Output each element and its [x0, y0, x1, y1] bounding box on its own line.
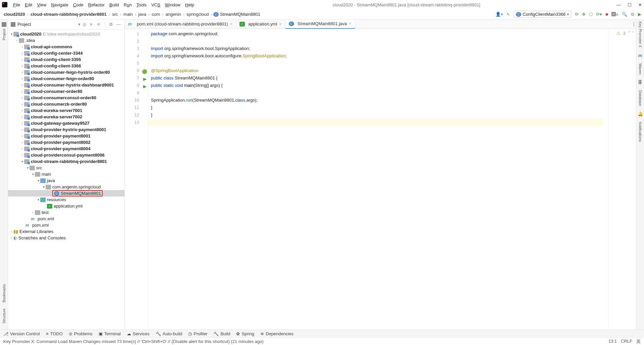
- project-tree[interactable]: ▾cloud2020E:\idea-workspace\cloud2020 ›.…: [8, 30, 124, 330]
- stripe-notif[interactable]: Notifications: [638, 122, 642, 142]
- run-dropdown-icon[interactable]: ⟳▾: [596, 12, 602, 17]
- maven-icon[interactable]: m: [638, 53, 642, 58]
- menu-file[interactable]: File: [11, 2, 22, 8]
- tree-file-selected[interactable]: StreamMQMain8801: [8, 190, 124, 196]
- tw-vcs[interactable]: ⎇ Version Control: [3, 331, 40, 336]
- tree-module[interactable]: ›cloud-provider-payment8002: [8, 139, 124, 146]
- run-icon[interactable]: ▶: [638, 12, 641, 17]
- tree-module[interactable]: ›cloud-gateway-gateway9527: [8, 120, 124, 126]
- stripe-kp[interactable]: Key Promoter X: [638, 21, 642, 48]
- hide-panel-icon[interactable]: —: [116, 22, 122, 27]
- crumb[interactable]: main: [122, 12, 134, 17]
- tree-module[interactable]: ›cloud-consumerconsul-order80: [8, 95, 124, 101]
- crumb-file[interactable]: StreamMQMain8801: [213, 12, 260, 17]
- menu-refactor[interactable]: Refactor: [86, 2, 107, 8]
- menu-edit[interactable]: Edit: [22, 2, 35, 8]
- stripe-db[interactable]: Database: [638, 90, 642, 106]
- menu-build[interactable]: Build: [107, 2, 121, 8]
- tree-module[interactable]: ›cloud-providerconsul-payment8006: [8, 152, 124, 158]
- bean-gutter-icon[interactable]: 🟢: [142, 68, 147, 73]
- caret-position[interactable]: 13:1: [608, 339, 617, 345]
- menu-vcs[interactable]: VCS: [149, 2, 163, 8]
- crumb[interactable]: com: [151, 12, 161, 17]
- tw-terminal[interactable]: ▣ Terminal: [99, 331, 121, 336]
- database-icon[interactable]: 🗄: [638, 80, 642, 85]
- crumb[interactable]: cloud2020: [3, 12, 26, 17]
- run-config-selector[interactable]: ConfigClientMain3366▾: [514, 11, 572, 18]
- tree-module[interactable]: ›cloud-consumer-feign-hystrix-order80: [8, 69, 124, 75]
- menu-window[interactable]: Window: [163, 2, 183, 8]
- collapse-all-icon[interactable]: ≡: [97, 22, 103, 27]
- tree-module[interactable]: ›cloud-config-client-3355: [8, 56, 124, 63]
- tree-module[interactable]: ›cloud-consumerzk-order80: [8, 101, 124, 107]
- menu-view[interactable]: View: [35, 2, 49, 8]
- warning-icon[interactable]: ⚠: [616, 31, 621, 36]
- run-gutter-icon[interactable]: ▶: [142, 83, 147, 88]
- close-tab-icon[interactable]: ×: [230, 21, 233, 26]
- stripe-bookmarks[interactable]: Bookmarks: [2, 284, 6, 302]
- tree-module[interactable]: ›cloud-config-client-3366: [8, 63, 124, 69]
- tree-module[interactable]: ›cloud-eureka-server7001: [8, 107, 124, 114]
- run-gutter-icon[interactable]: ▶: [142, 75, 147, 80]
- lang-indicator[interactable]: 英: [636, 339, 641, 345]
- crumb[interactable]: src: [111, 12, 119, 17]
- code-editor[interactable]: package com.angenin.springcloud; import …: [148, 29, 608, 330]
- tab-yml[interactable]: application.yml×: [236, 19, 285, 29]
- stripe-structure[interactable]: Structure: [2, 308, 6, 324]
- tw-autobuild[interactable]: 🔨 Auto-build: [156, 331, 182, 336]
- tw-build[interactable]: 🔨 Build: [213, 331, 230, 336]
- tree-module[interactable]: ›cloud-eureka-server7002: [8, 114, 124, 120]
- tw-spring[interactable]: ✿ Spring: [236, 331, 254, 336]
- tw-profiler[interactable]: ◷ Profiler: [188, 331, 207, 336]
- tw-deps[interactable]: ≋ Dependencies: [260, 331, 293, 336]
- menu-help[interactable]: Help: [183, 2, 197, 8]
- menu-code[interactable]: Code: [71, 2, 86, 8]
- tree-module[interactable]: ›cloud-config-center-3344: [8, 50, 124, 56]
- tree-module[interactable]: ›cloud-api-commons: [8, 44, 124, 50]
- tw-todo[interactable]: ≡ TODO: [46, 331, 63, 336]
- tree-module[interactable]: ›cloud-consumer-hystrix-dashboard9001: [8, 82, 124, 88]
- menu-tools[interactable]: Tools: [134, 2, 149, 8]
- tree-module[interactable]: ›cloud-consumer-feign-order80: [8, 75, 124, 82]
- minimize-icon[interactable]: —: [616, 2, 621, 7]
- locate-icon[interactable]: ◎: [83, 22, 88, 27]
- deps-icon[interactable]: ❉: [582, 12, 586, 17]
- bell-icon[interactable]: 🔔: [638, 111, 643, 116]
- tab-actions-icon[interactable]: ⋮: [632, 21, 636, 26]
- tw-problems[interactable]: ⊘ Problems: [69, 331, 93, 336]
- tree-module[interactable]: ›cloud-provider-payment8004: [8, 146, 124, 152]
- reimport-icon[interactable]: ⟳: [575, 12, 579, 17]
- tab-main[interactable]: StreamMQMain8801.java×: [285, 19, 355, 29]
- settings-icon[interactable]: ⚙: [631, 12, 635, 17]
- crumb[interactable]: angenin: [164, 12, 182, 17]
- maximize-icon[interactable]: ☐: [628, 2, 632, 7]
- tree-module[interactable]: ›cloud-provider-hystrix-payment8001: [8, 126, 124, 133]
- crumb[interactable]: java: [137, 12, 147, 17]
- close-tab-icon[interactable]: ×: [279, 21, 282, 26]
- gear-icon[interactable]: ⚙: [109, 22, 114, 27]
- project-tool-icon[interactable]: [2, 22, 6, 27]
- stripe-project[interactable]: Project: [2, 29, 6, 40]
- line-sep[interactable]: CRLF: [621, 339, 632, 345]
- hexagon-icon[interactable]: ⬡: [589, 12, 593, 17]
- crumb[interactable]: springcloud: [185, 12, 210, 17]
- close-icon[interactable]: ✕: [638, 2, 642, 7]
- tab-pom[interactable]: pom.xml (cloud-stream-rabbitmq-provider8…: [125, 19, 236, 29]
- tree-module[interactable]: ›cloud-provider-payment8001: [8, 133, 124, 139]
- tree-module[interactable]: ›cloud-consumer-order80: [8, 88, 124, 95]
- crumb[interactable]: cloud-stream-rabbitmq-provider8801: [30, 12, 108, 17]
- expand-all-icon[interactable]: ≡: [90, 22, 95, 27]
- menu-navigate[interactable]: Navigate: [49, 2, 70, 8]
- view-mode-dropdown[interactable]: ▾: [78, 22, 80, 27]
- tw-services[interactable]: ☁ Services: [127, 331, 150, 336]
- user-icon[interactable]: 👤▾: [495, 12, 503, 17]
- prev-highlight-icon[interactable]: ˆ: [628, 31, 630, 36]
- search-icon[interactable]: 🔍: [622, 12, 627, 17]
- translate-icon[interactable]: 🅰ᴀ: [611, 12, 619, 17]
- next-highlight-icon[interactable]: ˇ: [633, 31, 634, 36]
- close-tab-icon[interactable]: ×: [349, 21, 352, 26]
- stripe-maven[interactable]: Maven: [638, 63, 642, 74]
- back-arrow-icon[interactable]: ↖: [506, 12, 510, 17]
- menu-run[interactable]: Run: [121, 2, 134, 8]
- stop-icon[interactable]: ■: [605, 12, 608, 17]
